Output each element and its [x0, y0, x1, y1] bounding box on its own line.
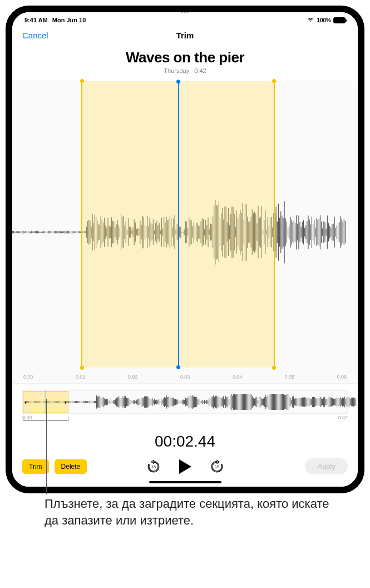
svg-rect-573 [349, 397, 349, 406]
svg-rect-53 [76, 231, 76, 233]
svg-rect-431 [191, 396, 191, 408]
current-timecode: 00:02.44 [12, 433, 358, 450]
svg-rect-542 [314, 397, 315, 407]
svg-rect-273 [338, 223, 338, 242]
apply-button[interactable]: Apply [305, 458, 348, 474]
trim-handle-end-bottom[interactable] [272, 366, 276, 370]
playhead[interactable] [178, 81, 179, 367]
svg-rect-30 [48, 231, 48, 234]
svg-rect-378 [132, 401, 132, 403]
svg-rect-264 [327, 215, 328, 249]
svg-rect-46 [67, 231, 68, 234]
svg-rect-572 [348, 397, 348, 407]
svg-rect-503 [271, 394, 272, 410]
skip-back-15-button[interactable]: 15 [145, 458, 162, 476]
svg-rect-261 [323, 221, 324, 243]
home-indicator[interactable] [149, 481, 221, 483]
svg-rect-441 [202, 400, 203, 404]
trim-button[interactable]: Trim [22, 459, 49, 474]
svg-rect-577 [353, 397, 354, 406]
svg-rect-432 [192, 395, 193, 409]
svg-rect-448 [210, 399, 210, 405]
svg-rect-54 [77, 231, 77, 233]
svg-rect-506 [274, 394, 275, 410]
svg-rect-255 [316, 218, 317, 246]
svg-rect-477 [242, 394, 243, 410]
svg-rect-437 [198, 399, 198, 404]
svg-rect-487 [253, 398, 254, 406]
svg-rect-497 [264, 397, 265, 406]
trim-handle-start-bottom[interactable] [80, 366, 84, 370]
svg-rect-337 [86, 401, 87, 403]
svg-rect-342 [92, 401, 92, 403]
skip-forward-15-button[interactable]: 15 [208, 458, 226, 476]
delete-button[interactable]: Delete [55, 459, 87, 474]
cancel-button[interactable]: Cancel [22, 31, 48, 40]
svg-rect-17 [32, 231, 33, 233]
svg-rect-254 [315, 228, 315, 237]
svg-rect-470 [234, 394, 235, 410]
nav-bar: Cancel Trim [12, 26, 358, 45]
svg-rect-457 [220, 398, 220, 406]
svg-rect-57 [80, 232, 81, 233]
svg-rect-341 [91, 401, 91, 403]
svg-rect-537 [309, 398, 309, 406]
svg-rect-549 [322, 399, 323, 405]
svg-rect-453 [215, 396, 216, 408]
trim-handle-end-top[interactable] [272, 79, 276, 83]
svg-rect-258 [320, 215, 320, 249]
svg-rect-277 [343, 222, 343, 243]
waveform-area[interactable]: 0:00 0:01 0:02 0:03 0:04 0:05 0:06 [12, 81, 358, 384]
svg-rect-48 [70, 231, 70, 233]
svg-rect-278 [344, 219, 344, 245]
svg-rect-409 [166, 395, 167, 408]
svg-rect-428 [188, 398, 188, 406]
ruler-tick: 0:03 [180, 374, 190, 380]
svg-rect-256 [318, 220, 318, 244]
svg-rect-334 [83, 401, 83, 404]
trim-handle-start-top[interactable] [80, 79, 84, 83]
svg-rect-553 [327, 399, 327, 405]
svg-rect-351 [102, 398, 102, 406]
svg-rect-511 [280, 394, 280, 410]
svg-rect-556 [330, 398, 330, 406]
svg-rect-242 [301, 227, 302, 238]
play-button[interactable] [176, 457, 195, 476]
svg-rect-385 [140, 399, 140, 405]
svg-rect-364 [116, 398, 117, 406]
svg-rect-498 [265, 395, 266, 409]
svg-rect-423 [182, 400, 182, 405]
svg-rect-464 [228, 396, 228, 407]
svg-rect-410 [167, 397, 168, 407]
svg-rect-451 [213, 395, 214, 408]
status-time: 9:41 AM [24, 17, 48, 23]
overflow-indicator[interactable]: ••• [181, 8, 190, 16]
svg-rect-249 [309, 219, 310, 245]
svg-rect-375 [129, 398, 129, 406]
svg-rect-354 [105, 399, 106, 405]
svg-rect-37 [56, 231, 57, 233]
svg-rect-458 [221, 398, 221, 406]
svg-rect-238 [296, 215, 297, 249]
battery-percent: 100% [317, 17, 331, 23]
svg-rect-413 [171, 398, 171, 406]
svg-rect-561 [336, 399, 336, 406]
svg-rect-467 [231, 394, 231, 410]
svg-rect-408 [165, 398, 166, 406]
svg-rect-461 [224, 399, 225, 405]
wifi-icon [307, 17, 314, 23]
svg-rect-454 [216, 395, 217, 408]
svg-rect-371 [124, 396, 125, 408]
svg-rect-524 [294, 399, 295, 405]
waveform-overview[interactable] [22, 390, 348, 414]
svg-rect-440 [201, 400, 201, 403]
svg-rect-455 [218, 396, 218, 407]
svg-rect-541 [313, 397, 314, 407]
svg-rect-486 [252, 396, 253, 408]
svg-rect-545 [318, 399, 318, 405]
svg-rect-473 [238, 394, 238, 410]
svg-rect-19 [35, 231, 36, 233]
svg-rect-28 [46, 231, 46, 233]
svg-rect-252 [313, 224, 313, 241]
svg-rect-16 [31, 231, 32, 234]
